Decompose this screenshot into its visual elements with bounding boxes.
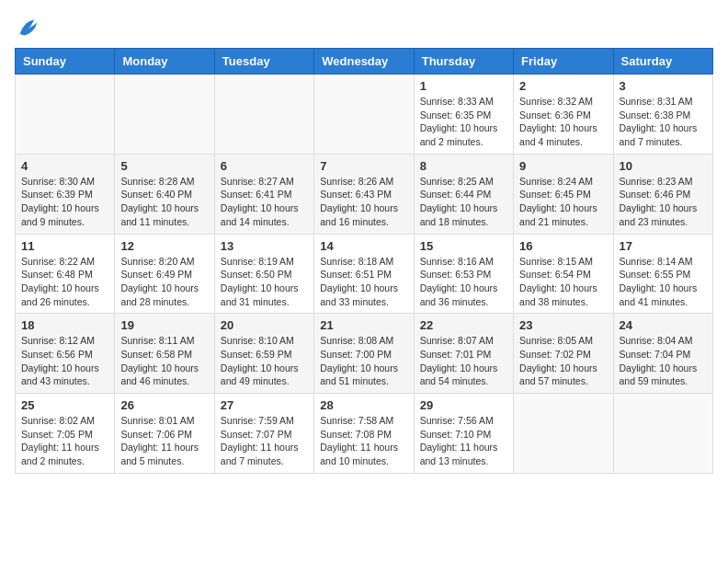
calendar-cell: 24Sunrise: 8:04 AM Sunset: 7:04 PM Dayli… [613,314,712,394]
day-number: 5 [120,159,208,173]
day-info: Sunrise: 8:19 AM Sunset: 6:50 PM Dayligh… [221,255,308,309]
day-info: Sunrise: 7:58 AM Sunset: 7:08 PM Dayligh… [320,414,407,468]
day-number: 12 [120,239,208,253]
day-info: Sunrise: 8:10 AM Sunset: 6:59 PM Dayligh… [221,334,308,388]
calendar-cell: 4Sunrise: 8:30 AM Sunset: 6:39 PM Daylig… [16,154,115,234]
column-header-monday: Monday [115,49,214,75]
day-number: 8 [420,159,507,173]
calendar-cell [115,75,214,155]
day-info: Sunrise: 8:12 AM Sunset: 6:56 PM Dayligh… [21,334,108,388]
day-number: 29 [420,398,507,412]
calendar-cell: 8Sunrise: 8:25 AM Sunset: 6:44 PM Daylig… [414,154,513,234]
page-header [15,15,713,40]
day-number: 20 [221,318,308,332]
day-info: Sunrise: 8:24 AM Sunset: 6:45 PM Dayligh… [519,175,607,229]
day-number: 22 [420,318,507,332]
calendar-cell: 3Sunrise: 8:31 AM Sunset: 6:38 PM Daylig… [613,75,712,155]
calendar-cell: 5Sunrise: 8:28 AM Sunset: 6:40 PM Daylig… [115,154,214,234]
day-info: Sunrise: 8:33 AM Sunset: 6:35 PM Dayligh… [420,95,507,149]
day-number: 17 [620,239,707,253]
day-info: Sunrise: 8:28 AM Sunset: 6:40 PM Dayligh… [120,175,208,229]
calendar-cell: 6Sunrise: 8:27 AM Sunset: 6:41 PM Daylig… [214,154,313,234]
calendar-week-2: 4Sunrise: 8:30 AM Sunset: 6:39 PM Daylig… [16,154,713,234]
day-number: 25 [21,398,108,412]
calendar-cell: 21Sunrise: 8:08 AM Sunset: 7:00 PM Dayli… [314,314,414,394]
day-number: 7 [320,159,407,173]
day-number: 26 [120,398,208,412]
day-info: Sunrise: 8:02 AM Sunset: 7:05 PM Dayligh… [21,414,108,468]
day-info: Sunrise: 8:05 AM Sunset: 7:02 PM Dayligh… [519,334,607,388]
day-number: 16 [519,239,607,253]
day-number: 13 [221,239,308,253]
calendar-cell: 20Sunrise: 8:10 AM Sunset: 6:59 PM Dayli… [214,314,313,394]
day-number: 21 [320,318,407,332]
calendar-week-4: 18Sunrise: 8:12 AM Sunset: 6:56 PM Dayli… [16,314,713,394]
calendar-cell: 19Sunrise: 8:11 AM Sunset: 6:58 PM Dayli… [115,314,214,394]
day-info: Sunrise: 8:04 AM Sunset: 7:04 PM Dayligh… [620,334,707,388]
day-number: 18 [21,318,108,332]
day-number: 9 [519,159,607,173]
day-info: Sunrise: 8:20 AM Sunset: 6:49 PM Dayligh… [120,255,208,309]
day-number: 23 [519,318,607,332]
calendar-cell: 23Sunrise: 8:05 AM Sunset: 7:02 PM Dayli… [514,314,613,394]
calendar-cell [214,75,313,155]
calendar-cell: 9Sunrise: 8:24 AM Sunset: 6:45 PM Daylig… [514,154,613,234]
calendar-header-row: SundayMondayTuesdayWednesdayThursdayFrid… [16,49,713,75]
day-info: Sunrise: 8:32 AM Sunset: 6:36 PM Dayligh… [519,95,607,149]
day-number: 11 [21,239,108,253]
logo [15,15,44,40]
calendar-cell: 28Sunrise: 7:58 AM Sunset: 7:08 PM Dayli… [314,394,414,474]
day-info: Sunrise: 8:18 AM Sunset: 6:51 PM Dayligh… [320,255,407,309]
day-info: Sunrise: 8:01 AM Sunset: 7:06 PM Dayligh… [120,414,208,468]
day-number: 15 [420,239,507,253]
calendar-cell: 16Sunrise: 8:15 AM Sunset: 6:54 PM Dayli… [514,234,613,314]
calendar-cell: 22Sunrise: 8:07 AM Sunset: 7:01 PM Dayli… [414,314,513,394]
day-info: Sunrise: 8:31 AM Sunset: 6:38 PM Dayligh… [620,95,707,149]
calendar-cell [16,75,115,155]
calendar-cell: 15Sunrise: 8:16 AM Sunset: 6:53 PM Dayli… [414,234,513,314]
calendar-cell: 26Sunrise: 8:01 AM Sunset: 7:06 PM Dayli… [115,394,214,474]
day-info: Sunrise: 8:15 AM Sunset: 6:54 PM Dayligh… [519,255,607,309]
calendar-cell: 13Sunrise: 8:19 AM Sunset: 6:50 PM Dayli… [214,234,313,314]
column-header-thursday: Thursday [414,49,513,75]
calendar-cell: 29Sunrise: 7:56 AM Sunset: 7:10 PM Dayli… [414,394,513,474]
day-info: Sunrise: 8:22 AM Sunset: 6:48 PM Dayligh… [21,255,108,309]
day-info: Sunrise: 8:11 AM Sunset: 6:58 PM Dayligh… [120,334,208,388]
logo-bird-icon [15,15,40,40]
calendar-cell [314,75,414,155]
calendar-cell: 14Sunrise: 8:18 AM Sunset: 6:51 PM Dayli… [314,234,414,314]
day-info: Sunrise: 8:07 AM Sunset: 7:01 PM Dayligh… [420,334,507,388]
day-info: Sunrise: 8:08 AM Sunset: 7:00 PM Dayligh… [320,334,407,388]
calendar-cell: 1Sunrise: 8:33 AM Sunset: 6:35 PM Daylig… [414,75,513,155]
day-info: Sunrise: 8:14 AM Sunset: 6:55 PM Dayligh… [620,255,707,309]
day-number: 3 [620,79,707,93]
column-header-friday: Friday [514,49,613,75]
day-number: 4 [21,159,108,173]
day-number: 1 [420,79,507,93]
calendar-cell [514,394,613,474]
day-number: 27 [221,398,308,412]
day-info: Sunrise: 7:59 AM Sunset: 7:07 PM Dayligh… [221,414,308,468]
calendar-cell: 12Sunrise: 8:20 AM Sunset: 6:49 PM Dayli… [115,234,214,314]
day-info: Sunrise: 8:26 AM Sunset: 6:43 PM Dayligh… [320,175,407,229]
calendar-week-1: 1Sunrise: 8:33 AM Sunset: 6:35 PM Daylig… [16,75,713,155]
day-info: Sunrise: 8:23 AM Sunset: 6:46 PM Dayligh… [620,175,707,229]
day-info: Sunrise: 7:56 AM Sunset: 7:10 PM Dayligh… [420,414,507,468]
calendar-cell: 2Sunrise: 8:32 AM Sunset: 6:36 PM Daylig… [514,75,613,155]
day-info: Sunrise: 8:27 AM Sunset: 6:41 PM Dayligh… [221,175,308,229]
day-info: Sunrise: 8:16 AM Sunset: 6:53 PM Dayligh… [420,255,507,309]
calendar-cell [613,394,712,474]
day-number: 10 [620,159,707,173]
day-info: Sunrise: 8:30 AM Sunset: 6:39 PM Dayligh… [21,175,108,229]
column-header-sunday: Sunday [16,49,115,75]
column-header-tuesday: Tuesday [214,49,313,75]
calendar-week-3: 11Sunrise: 8:22 AM Sunset: 6:48 PM Dayli… [16,234,713,314]
day-number: 2 [519,79,607,93]
calendar-cell: 10Sunrise: 8:23 AM Sunset: 6:46 PM Dayli… [613,154,712,234]
day-number: 28 [320,398,407,412]
calendar-cell: 27Sunrise: 7:59 AM Sunset: 7:07 PM Dayli… [214,394,313,474]
day-info: Sunrise: 8:25 AM Sunset: 6:44 PM Dayligh… [420,175,507,229]
calendar-cell: 11Sunrise: 8:22 AM Sunset: 6:48 PM Dayli… [16,234,115,314]
calendar-cell: 7Sunrise: 8:26 AM Sunset: 6:43 PM Daylig… [314,154,414,234]
column-header-wednesday: Wednesday [314,49,414,75]
